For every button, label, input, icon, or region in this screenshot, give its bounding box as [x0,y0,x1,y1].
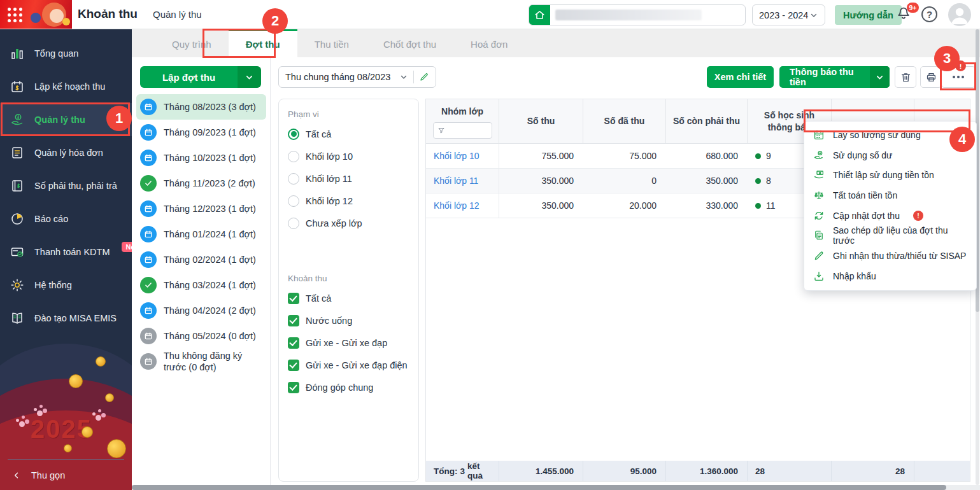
guide-button[interactable]: Hướng dẫn [835,5,902,25]
tab-thu-tien[interactable]: Thu tiền [297,29,366,57]
checkbox-checked-icon [288,337,299,349]
radio-icon [288,151,299,162]
group-link[interactable]: Khối lớp 11 [434,176,478,186]
month-item[interactable]: Tháng 05/2024 (0 đợt) [136,323,266,349]
money-hand-icon [813,169,825,181]
delete-button[interactable] [895,66,916,88]
notify-button[interactable]: Thông báo thu tiền [779,66,890,88]
month-item[interactable]: Tháng 12/2023 (1 đợt) [136,196,266,221]
app-launcher[interactable] [0,0,72,29]
fees-group-label: Khoản thu [288,274,409,283]
menu-item-thiet-lap-su-dung-tien-ton[interactable]: Thiết lập sử dụng tiền tồn [804,165,976,185]
notify-dropdown-arrow[interactable] [870,66,890,88]
more-actions-alert-badge: ! [955,60,966,71]
tab-dot-thu[interactable]: Đợt thu [229,29,297,57]
school-year-value: 2023 - 2024 [759,10,808,20]
menu-item-ghi-nhan-thu-thua-thieu[interactable]: Ghi nhận thu thừa/thiếu từ SISAP [804,246,976,266]
view-detail-button[interactable]: Xem chi tiết [707,66,774,88]
fee-option[interactable]: Tất cả [288,287,409,309]
card-check-icon [10,244,25,260]
sync-icon [813,210,825,221]
sidebar-item-bao-cao[interactable]: Báo cáo [0,202,132,235]
sidebar-item-tong-quan[interactable]: Tổng quan [0,37,132,70]
sidebar-item-thanh-toan-kdtm[interactable]: Thanh toán KDTM New [0,235,132,269]
scope-group-label: Phạm vi [288,109,409,119]
radio-icon [288,218,299,229]
sidebar-item-he-thong[interactable]: Hệ thống [0,269,132,302]
sidebar-item-lap-ke-hoach-thu[interactable]: Lập kế hoạch thu [0,70,132,103]
calendar-dollar-icon [10,79,25,94]
menu-item-nhap-khau[interactable]: Nhập khẩu [804,266,976,286]
tab-bar: Quy trình Đợt thu Thu tiền Chốt đợt thu … [132,29,980,57]
month-item[interactable]: Tháng 11/2023 (2 đợt) [136,171,266,196]
menu-item-su-dung-so-du[interactable]: Sử dụng số dư [804,145,976,165]
batch-select[interactable]: Thu chung tháng 08/2023 [278,66,436,88]
menu-item-lay-so-luong-su-dung[interactable]: Lấy số lượng sử dụng [804,125,976,145]
sidebar-item-dao-tao-misa-emis[interactable]: Đào tạo MISA EMIS [0,302,132,335]
table-footer: Tổng:3kết quả 1.455.000 95.000 1.360.000… [426,461,970,481]
group-filter-input[interactable] [448,126,486,136]
scope-option[interactable]: Khối lớp 11 [288,167,409,190]
month-item[interactable]: Tháng 09/2023 (1 đợt) [136,120,266,145]
month-item[interactable]: Tháng 10/2023 (1 đợt) [136,145,266,171]
menu-item-sao-chep-du-lieu[interactable]: Sao chép dữ liệu của đợt thu trước [804,225,976,246]
tab-chot-dot-thu[interactable]: Chốt đợt thu [366,29,453,57]
collapse-sidebar-button[interactable]: Thu gọn [0,460,132,490]
home-icon [529,4,550,25]
sidebar-item-quan-ly-thu[interactable]: Quản lý thu [0,103,132,136]
scrollbar-thumb[interactable] [132,485,946,490]
hand-money-icon [10,112,25,127]
scope-option[interactable]: Khối lớp 10 [288,145,409,167]
group-filter[interactable] [433,122,492,139]
radio-icon [288,195,299,207]
fee-option[interactable]: Nước uống [288,309,409,332]
sidebar-menu: Tổng quan Lập kế hoạch thu Quản lý thu Q… [0,29,132,335]
scope-option[interactable]: Tất cả [288,123,409,145]
radio-selected-icon [288,129,299,140]
printer-icon [925,71,937,83]
menu-item-cap-nhat-dot-thu[interactable]: Cập nhật đợt thu ! [804,206,976,226]
period-panel: Lập đợt thu Tháng 08/2023 (3 đợt) Tháng … [132,57,271,485]
pencil-icon [813,250,825,262]
create-period-dropdown[interactable] [238,66,261,88]
total-label: Tổng:3kết quả [426,461,499,481]
school-year-select[interactable]: 2023 - 2024 [752,4,825,25]
month-item[interactable]: Tháng 03/2024 (1 đợt) [136,272,266,298]
fee-option[interactable]: Gửi xe - Gửi xe đạp [288,332,409,354]
sidebar-item-quan-ly-hoa-don[interactable]: Quản lý hóa đơn [0,136,132,169]
month-item[interactable]: Tháng 04/2024 (2 đợt) [136,298,266,323]
scope-option[interactable]: Khối lớp 12 [288,190,409,212]
scope-option[interactable]: Chưa xếp lớp [288,212,409,234]
tab-hoa-don[interactable]: Hoá đơn [453,29,525,57]
user-avatar[interactable] [948,3,971,26]
fee-option[interactable]: Đóng góp chung [288,376,409,398]
school-selector[interactable] [529,4,746,25]
group-link[interactable]: Khối lớp 10 [434,151,479,161]
help-button[interactable]: ? [921,6,937,22]
notifications-button[interactable]: 9+ [895,5,914,24]
more-actions-menu: Lấy số lượng sử dụng Sử dụng số dư Thiết… [804,121,977,291]
total-so-thu: 1.455.000 [499,461,583,481]
brand-decoration [31,13,41,23]
filter-panel: Phạm vi Tất cả Khối lớp 10 Khối lớp 11 K… [278,99,419,482]
month-list: Tháng 08/2023 (3 đợt) Tháng 09/2023 (1 đ… [136,94,266,374]
brand-decoration [62,18,70,25]
group-link[interactable]: Khối lớp 12 [434,200,479,211]
month-item[interactable]: Tháng 08/2023 (3 đợt) [136,94,266,120]
month-item[interactable]: Thu không đăng ký trước (0 đợt) [136,349,266,374]
create-period-button[interactable]: Lập đợt thu [140,66,261,88]
menu-item-tat-toan-tien-ton[interactable]: Tất toán tiền tồn [804,185,976,206]
sidebar-item-so-phai-thu-phai-tra[interactable]: Số phải thu, phải trả [0,169,132,202]
chevron-down-icon [245,73,254,82]
horizontal-scrollbar[interactable] [132,485,980,490]
column-header-so-con-phai-thu: Số còn phải thu [666,99,748,143]
month-item[interactable]: Tháng 02/2024 (1 đợt) [136,247,266,272]
fee-option[interactable]: Gửi xe - Gửi xe đạp điện [288,354,409,376]
top-header: Khoản thu Quản lý thu 2023 - 2024 Hướng … [0,0,980,29]
notification-badge: 9+ [907,3,919,13]
month-item[interactable]: Tháng 01/2024 (1 đợt) [136,221,266,247]
status-dot [755,178,761,184]
tab-quy-trinh[interactable]: Quy trình [155,29,229,57]
total-so-hoc-sinh: 28 [748,461,832,481]
print-button[interactable] [920,66,942,88]
